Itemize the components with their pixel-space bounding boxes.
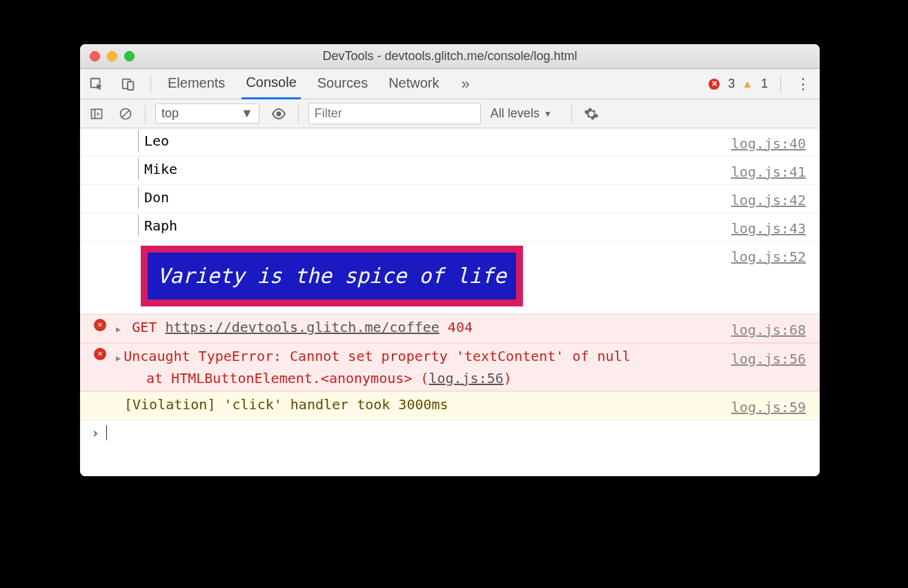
- source-link[interactable]: log.js:52: [731, 243, 814, 268]
- http-method: GET: [132, 319, 157, 335]
- kebab-menu-icon[interactable]: ⋮: [793, 75, 813, 94]
- svg-point-7: [276, 111, 281, 116]
- console-log: Leo log.js:40 Mike log.js:41 Don log.js:…: [80, 128, 820, 476]
- source-link[interactable]: log.js:59: [731, 393, 814, 418]
- log-text: Raph: [138, 215, 731, 237]
- log-row[interactable]: Mike log.js:41: [80, 157, 820, 185]
- error-icon: ✕: [94, 319, 106, 331]
- log-levels-select[interactable]: All levels ▼: [491, 106, 552, 121]
- devtools-window: DevTools - devtools.glitch.me/console/lo…: [80, 44, 820, 476]
- stack-link[interactable]: log.js:56: [428, 370, 503, 386]
- tab-network[interactable]: Network: [384, 70, 443, 98]
- text-cursor: [106, 425, 107, 440]
- error-icon: ✕: [94, 348, 106, 360]
- device-toggle-icon[interactable]: [119, 75, 138, 94]
- source-link[interactable]: log.js:68: [731, 316, 814, 341]
- error-badge-icon: ✕: [709, 79, 720, 90]
- url-link[interactable]: https://devtools.glitch.me/coffee: [165, 319, 439, 335]
- error-row[interactable]: ✕ ▶Uncaught TypeError: Cannot set proper…: [80, 343, 820, 391]
- log-row[interactable]: Raph log.js:43: [80, 213, 820, 242]
- context-value: top: [161, 106, 179, 121]
- console-toolbar: top ▼ All levels ▼: [80, 99, 820, 128]
- error-count: 3: [728, 77, 735, 91]
- prompt-caret-icon: ›: [91, 424, 99, 441]
- divider: [150, 75, 151, 94]
- expand-icon[interactable]: ▶: [116, 353, 121, 363]
- source-link[interactable]: log.js:41: [731, 158, 814, 183]
- chevron-down-icon: ▼: [241, 106, 253, 121]
- tab-console[interactable]: Console: [241, 69, 300, 99]
- clear-console-icon[interactable]: [116, 104, 135, 124]
- console-prompt[interactable]: ›: [80, 420, 820, 445]
- inspect-icon[interactable]: [87, 75, 106, 94]
- tab-sources[interactable]: Sources: [313, 70, 372, 98]
- window-title: DevTools - devtools.glitch.me/console/lo…: [80, 49, 820, 63]
- toggle-sidebar-icon[interactable]: [87, 104, 106, 124]
- divider: [145, 105, 146, 123]
- warning-badge-icon: ▲: [742, 78, 753, 90]
- log-text: Leo: [138, 130, 731, 152]
- titlebar: DevTools - devtools.glitch.me/console/lo…: [80, 44, 820, 69]
- error-message: Uncaught TypeError: Cannot set property …: [124, 348, 631, 364]
- log-row[interactable]: Don log.js:42: [80, 185, 820, 213]
- devtools-tabbar: Elements Console Sources Network » ✕ 3 ▲…: [80, 69, 820, 99]
- stack-suffix: ): [504, 370, 512, 386]
- stack-prefix: at HTMLButtonElement.<anonymous> (: [146, 370, 428, 386]
- status-badges[interactable]: ✕ 3 ▲ 1: [709, 77, 768, 91]
- warning-count: 1: [761, 77, 768, 91]
- tab-elements[interactable]: Elements: [164, 70, 229, 98]
- source-link[interactable]: log.js:40: [731, 130, 814, 155]
- source-link[interactable]: log.js:43: [731, 215, 814, 239]
- filter-input[interactable]: [308, 103, 481, 124]
- svg-rect-3: [92, 109, 102, 118]
- source-link[interactable]: log.js:42: [731, 186, 814, 211]
- http-status: 404: [448, 319, 473, 335]
- warning-row[interactable]: [Violation] 'click' handler took 3000ms …: [80, 391, 820, 420]
- styled-log-text: Variety is the spice of life: [141, 246, 523, 306]
- source-link[interactable]: log.js:56: [731, 345, 814, 370]
- chevron-down-icon: ▼: [544, 109, 552, 119]
- svg-rect-2: [128, 81, 133, 90]
- levels-label: All levels: [491, 106, 540, 121]
- settings-gear-icon[interactable]: [582, 104, 601, 124]
- log-row[interactable]: Leo log.js:40: [80, 128, 820, 157]
- divider: [571, 105, 572, 123]
- more-tabs-icon[interactable]: »: [456, 75, 475, 94]
- log-text: Mike: [138, 158, 731, 180]
- expand-icon[interactable]: ▶: [116, 324, 121, 334]
- log-row[interactable]: Variety is the spice of life log.js:52: [80, 242, 820, 314]
- divider: [298, 105, 299, 123]
- svg-line-6: [122, 110, 129, 117]
- log-text: Don: [138, 186, 731, 208]
- error-row[interactable]: ✕ ▶ GET https://devtools.glitch.me/coffe…: [80, 314, 820, 343]
- live-expression-icon[interactable]: [269, 104, 288, 124]
- execution-context-select[interactable]: top ▼: [155, 104, 259, 124]
- divider: [780, 75, 781, 94]
- warning-text: [Violation] 'click' handler took 3000ms: [110, 393, 731, 415]
